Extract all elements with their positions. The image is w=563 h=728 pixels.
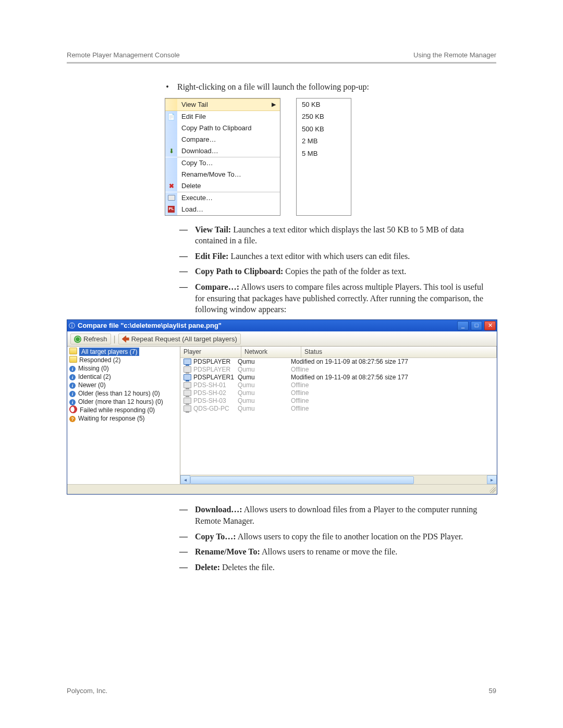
- menu-item-label: Copy Path to Clipboard: [177, 124, 280, 133]
- menu-item-download[interactable]: Download…: [165, 145, 280, 157]
- col-status[interactable]: Status: [301, 347, 497, 357]
- list-row[interactable]: QDS-GD-PCQumuOffline: [180, 405, 497, 413]
- close-button[interactable]: ✕: [484, 321, 496, 330]
- menu-item-copy-path-to-clipboard[interactable]: Copy Path to Clipboard: [165, 122, 280, 134]
- tree-node[interactable]: Newer (0): [67, 381, 180, 389]
- menu-item-copy-to[interactable]: Copy To…: [165, 157, 280, 169]
- compare-window: ⓘ Compare file "c:\deleteme\playlist pan…: [67, 319, 497, 495]
- footer-page-number: 59: [489, 687, 496, 695]
- list-row[interactable]: PDSPLAYER1QumuModified on 19-11-09 at 08…: [180, 374, 497, 381]
- col-network[interactable]: Network: [241, 347, 301, 357]
- tree-node[interactable]: All target players (7): [67, 348, 180, 356]
- menu-item-delete[interactable]: Delete: [165, 180, 280, 192]
- maximize-button[interactable]: □: [471, 321, 482, 330]
- submenu-item[interactable]: 250 KB: [297, 110, 351, 123]
- col-player[interactable]: Player: [180, 347, 241, 357]
- tree-node[interactable]: Identical (2): [67, 373, 180, 381]
- cell-status: Modified on 19-11-09 at 08:27:56 size 17…: [291, 373, 497, 381]
- wait-icon: [69, 414, 78, 423]
- list-row[interactable]: PDS-SH-01QumuOffline: [180, 381, 497, 389]
- menu-item-label: Load…: [177, 205, 280, 214]
- horizontal-scrollbar[interactable]: ◂ ▸: [180, 475, 497, 484]
- info-icon: [69, 381, 78, 389]
- definition-item: —Copy To…: Allows users to copy the file…: [179, 531, 492, 542]
- menu-item-execute[interactable]: Execute…: [165, 192, 280, 204]
- repeat-request-button[interactable]: Repeat Request (All target players): [118, 334, 241, 345]
- menu-item-rename-move-to[interactable]: Rename/Move To…: [165, 169, 280, 180]
- menu-item-compare[interactable]: Compare…: [165, 134, 280, 145]
- menu-item-edit-file[interactable]: Edit File: [165, 111, 280, 122]
- scroll-thumb[interactable]: [190, 476, 414, 484]
- list-body[interactable]: PDSPLAYERQumuModified on 19-11-09 at 08:…: [180, 358, 497, 475]
- tree-node-label: Failed while responding (0): [80, 406, 155, 414]
- tree-node-label: Missing (0): [78, 364, 109, 373]
- dash-icon: —: [179, 546, 188, 558]
- menu-item-label: Execute…: [177, 193, 280, 203]
- dl-icon: [165, 145, 177, 157]
- definition-term: Edit File:: [195, 252, 228, 261]
- menu-item-load[interactable]: Load…: [165, 204, 280, 215]
- list-row[interactable]: PDS-SH-03QumuOffline: [180, 397, 497, 405]
- tree-node[interactable]: Missing (0): [67, 364, 180, 373]
- dash-icon: —: [179, 266, 188, 277]
- cell-status: Offline: [291, 404, 497, 413]
- definition-term: View Tail:: [195, 225, 231, 234]
- refresh-button[interactable]: Refresh: [70, 334, 111, 345]
- info-icon: [69, 389, 78, 398]
- definition-text: Compare…: Allows users to compare files …: [195, 281, 492, 315]
- list-header: Player Network Status: [180, 347, 497, 357]
- dash-icon: —: [179, 224, 188, 246]
- tree-node[interactable]: Responded (2): [67, 356, 180, 364]
- menu-item-label: Delete: [177, 181, 280, 191]
- scroll-right-button[interactable]: ▸: [487, 475, 497, 484]
- page-body: • Right-clicking on a file will launch t…: [67, 64, 496, 573]
- fail-icon: [69, 405, 80, 415]
- menu-item-view-tail[interactable]: View Tail▶: [165, 98, 280, 111]
- definition-text: Rename/Move To: Allows users to rename o…: [195, 546, 492, 558]
- blank-icon: [165, 134, 177, 145]
- cell-network: Qumu: [238, 404, 291, 413]
- definition-text: Edit File: Launches a text editor with w…: [195, 251, 492, 262]
- menu-item-label: Edit File: [177, 112, 280, 121]
- submenu-item[interactable]: 500 KB: [297, 123, 351, 135]
- players-tree[interactable]: All target players (7)Responded (2)Missi…: [67, 347, 180, 484]
- compare-statusbar: [67, 484, 497, 494]
- list-row[interactable]: PDSPLAYERQumuModified on 19-11-09 at 08:…: [180, 358, 497, 366]
- tree-node[interactable]: Older (less than 12 hours) (0): [67, 389, 180, 398]
- minimize-button[interactable]: _: [457, 321, 469, 330]
- compare-window-titlebar: ⓘ Compare file "c:\deleteme\playlist pan…: [67, 320, 497, 331]
- submenu-arrow-icon: ▶: [272, 101, 280, 108]
- definition-text: Copy Path to Clipboard: Copies the path …: [195, 266, 492, 277]
- blank-icon: [165, 122, 177, 134]
- definition-item: —Rename/Move To: Allows users to rename …: [179, 546, 492, 558]
- intro-bullet: Right-clicking on a file will launch the…: [177, 81, 492, 93]
- tree-node[interactable]: Failed while responding (0): [67, 406, 180, 414]
- monitor-icon: [183, 374, 191, 380]
- tree-node[interactable]: Older (more than 12 hours) (0): [67, 398, 180, 406]
- cell-network: Qumu: [238, 389, 291, 397]
- cell-status: Offline: [291, 389, 497, 397]
- submenu-item[interactable]: 5 MB: [297, 147, 351, 160]
- cell-player: PDS-SH-02: [193, 389, 226, 397]
- submenu-item[interactable]: 50 KB: [297, 98, 351, 111]
- definition-term: Rename/Move To:: [195, 547, 260, 556]
- footer-left: Polycom, Inc.: [67, 687, 107, 695]
- exec-icon: [165, 192, 177, 204]
- definition-item: —Edit File: Launches a text editor with …: [179, 251, 492, 262]
- monitor-icon: [183, 405, 191, 412]
- list-row[interactable]: PDSPLAYERQumuOffline: [180, 366, 497, 374]
- definition-text: View Tail: Launches a text editor which …: [195, 224, 492, 246]
- scroll-track[interactable]: [190, 476, 487, 484]
- definition-term: Delete:: [195, 563, 220, 572]
- submenu-item[interactable]: 2 MB: [297, 135, 351, 147]
- tree-node-label: Newer (0): [78, 381, 106, 389]
- dash-icon: —: [179, 562, 188, 573]
- scroll-left-button[interactable]: ◂: [180, 475, 190, 484]
- definition-item: —Copy Path to Clipboard: Copies the path…: [179, 266, 492, 277]
- tree-node[interactable]: Waiting for response (5): [67, 414, 180, 423]
- list-row[interactable]: PDS-SH-02QumuOffline: [180, 389, 497, 397]
- cell-network: Qumu: [238, 397, 291, 405]
- definition-list-1: —View Tail: Launches a text editor which…: [179, 224, 492, 315]
- cell-status: Offline: [291, 397, 497, 405]
- definition-term: Copy Path to Clipboard:: [195, 267, 283, 276]
